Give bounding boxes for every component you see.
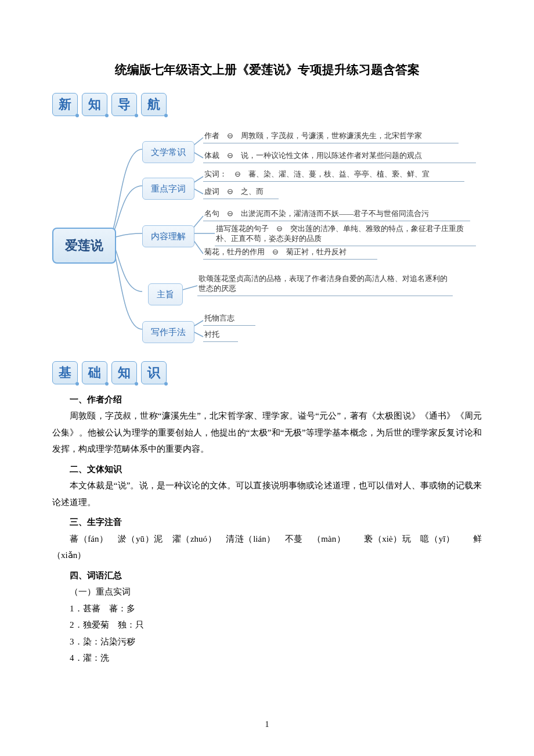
tag-char: 知 [111, 361, 137, 384]
mm-leaf: 菊花，牡丹的作用 ⊖ 菊正衬，牡丹反衬 [203, 247, 377, 260]
section-pinyin-heading: 三、生字注音 [52, 514, 482, 531]
section-author-heading: 一、作者介绍 [52, 391, 482, 408]
mm-branch-technique: 写作手法 [142, 321, 194, 344]
tag-char: 础 [82, 361, 107, 384]
section-style-para: 本文体裁是“说”。说，是一种议论的文体。可以直接说明事物或论述道理，也可以借对人… [52, 477, 482, 510]
section-style-heading: 二、文体知识 [52, 461, 482, 478]
mm-leaf: 托物言志 [203, 314, 255, 326]
tag-char: 新 [52, 93, 78, 116]
vocab-item: 2．独爱菊 独：只 [52, 617, 482, 633]
vocab-item: 3．染：沾染污秽 [52, 633, 482, 650]
vocab-item: 4．濯：洗 [52, 650, 482, 667]
tag-row-nav: 新 知 导 航 [52, 93, 482, 116]
mm-leaf: 实词： ⊖ 蕃、染、濯、涟、蔓，枝、益、亭亭、植、亵、鲜、宜 [203, 170, 464, 182]
mm-leaf: 描写莲花的句子 ⊖ 突出莲的洁净、单纯、雅致的特点，象征君子庄重质朴、正直不苟，… [215, 224, 476, 246]
tag-char: 知 [82, 93, 107, 116]
mm-leaf: 名句 ⊖ 出淤泥而不染，濯清涟而不妖——君子不与世俗同流合污 [203, 209, 470, 221]
tag-char: 导 [111, 93, 137, 116]
vocab-item: 1．甚蕃 蕃：多 [52, 600, 482, 617]
section-author-para: 周敦颐，字茂叔，世称“濂溪先生”，北宋哲学家、理学家。谥号“元公”，著有《太极图… [52, 408, 482, 458]
mm-leaf: 衬托 [203, 330, 238, 342]
mm-branch-vocab: 重点字词 [142, 178, 194, 200]
tag-char: 航 [141, 93, 167, 116]
section-pinyin-para: 蕃（fán） 淤（yū）泥 濯（zhuó） 清涟（lián） 不蔓 （màn） … [52, 531, 482, 564]
mindmap: 爱莲说 文学常识 重点字词 内容理解 主旨 写作手法 作者 ⊖ 周敦颐，字茂叔，… [52, 123, 482, 355]
section-vocab-heading: 四、词语汇总 [52, 567, 482, 584]
page-title: 统编版七年级语文上册《爱莲说》专项提升练习题含答案 [52, 58, 482, 81]
mm-leaf: 体裁 ⊖ 说，一种议论性文体，用以陈述作者对某些问题的观点 [203, 151, 476, 163]
mm-branch-theme: 主旨 [148, 283, 183, 306]
mindmap-root: 爱莲说 [52, 228, 116, 264]
section-vocab-sub: （一）重点实词 [52, 584, 482, 600]
mm-branch-content: 内容理解 [142, 225, 194, 248]
tag-row-basics: 基 础 知 识 [52, 361, 482, 384]
tag-char: 基 [52, 361, 78, 384]
mm-leaf: 歌颂莲花坚贞高洁的品格，表现了作者洁身自爱的高洁人格、对追名逐利的世态的厌恶 [197, 274, 453, 296]
mm-branch-literary: 文学常识 [142, 141, 194, 164]
mm-leaf: 作者 ⊖ 周敦颐，字茂叔，号濂溪，世称濂溪先生，北宋哲学家 [203, 131, 459, 143]
tag-char: 识 [141, 361, 167, 384]
page-number: 1 [0, 717, 534, 733]
mm-leaf: 虚词 ⊖ 之、而 [203, 187, 279, 199]
